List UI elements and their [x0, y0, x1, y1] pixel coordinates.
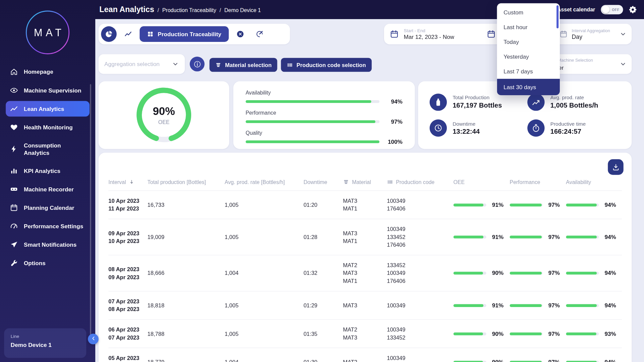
brand-logo-circle: MAT: [25, 10, 70, 55]
table-row[interactable]: 05 Apr 202306 Apr 202318,7791,00401:30MA…: [108, 348, 622, 362]
breadcrumb-app[interactable]: Lean Analytics: [99, 5, 154, 14]
table-row[interactable]: 06 Apr 202307 Apr 202318,7881,00501:35MA…: [108, 320, 622, 348]
column-header-avg-prod-rate-bottles-h[interactable]: Avg. prod. rate [Bottles/h]: [225, 179, 304, 185]
progress-fill: [566, 304, 597, 307]
production-code-selection-button[interactable]: Production code selection: [281, 58, 372, 72]
period-option-custom[interactable]: Custom: [497, 5, 560, 20]
annotate-icon: [255, 30, 263, 38]
device-card: Line Demo Device 1: [4, 328, 86, 358]
kpi-bar-performance: Performance97%: [246, 110, 402, 125]
interval-cell: 09 Apr 202310 Apr 2023: [108, 229, 147, 245]
production-code-cell: 133452100349176406: [387, 261, 453, 285]
line-chart-view-button[interactable]: [120, 26, 136, 42]
sidebar-item-homepage[interactable]: Homepage: [6, 64, 90, 80]
column-header-interval[interactable]: Interval: [108, 179, 147, 185]
metric-value: 90%: [492, 330, 503, 338]
production-traceability-button[interactable]: Production Traceability: [140, 26, 229, 42]
sidebar-collapse-button[interactable]: [88, 334, 99, 345]
aggregation-selection-select[interactable]: Aggregation selection: [99, 54, 185, 74]
sidebar-item-lean-analytics[interactable]: Lean Analytics: [6, 101, 90, 117]
table-row[interactable]: 09 Apr 202310 Apr 202319,0091,00501:28MA…: [108, 219, 622, 255]
asset-calendar-toggle[interactable]: OFF: [601, 5, 623, 14]
oee-cell: 91%: [453, 301, 510, 309]
progress-track: [566, 332, 599, 335]
progress-fill: [246, 100, 371, 103]
column-header-oee[interactable]: OEE: [453, 179, 510, 185]
sidebar-item-performance-settings[interactable]: Performance Settings: [6, 218, 90, 234]
sidebar-item-options[interactable]: Options: [6, 255, 90, 271]
progress-fill: [566, 203, 597, 206]
period-option-yesterday[interactable]: Yesterday: [497, 49, 560, 64]
period-option-last-hour[interactable]: Last hour: [497, 20, 560, 35]
sidebar-item-machine-supervision[interactable]: Machine Supervision: [6, 82, 90, 98]
clear-selection-button[interactable]: [232, 26, 248, 42]
pie-chart-view-button[interactable]: [101, 26, 117, 42]
metric-value: 91%: [492, 233, 503, 241]
progress-fill: [453, 236, 483, 239]
stat-productive-time: Productive time166:24:57: [527, 117, 620, 139]
annotate-report-button[interactable]: [252, 26, 267, 42]
progress-track: [510, 304, 543, 307]
progress-track: [453, 203, 486, 206]
sidebar-item-consumption-analytics[interactable]: Consumption Analytics: [6, 138, 90, 160]
interval-aggregation-select[interactable]: Interval Aggregation Day: [554, 24, 632, 44]
period-dropdown: CustomLast hourTodayYesterdayLast 7 days…: [497, 3, 560, 95]
chevron-down-icon: [172, 60, 179, 68]
sidebar-item-kpi-analytics[interactable]: KPI Analytics: [6, 163, 90, 179]
breadcrumb-section[interactable]: Production Traceability: [162, 7, 216, 13]
metric-value: 94%: [604, 301, 616, 309]
metric-value: 90%: [492, 269, 503, 277]
downtime-cell: 01:28: [304, 233, 343, 241]
column-header-total-production-bottles[interactable]: Total production [Bottles]: [148, 179, 225, 185]
total-production-cell: 16,733: [148, 201, 225, 208]
table-row[interactable]: 10 Apr 202311 Apr 202316,7331,00501:20MA…: [108, 191, 622, 219]
breadcrumb-device[interactable]: Demo Device 1: [224, 7, 261, 13]
calendar-end-icon[interactable]: [487, 29, 496, 39]
sidebar-item-smart-notifications[interactable]: Smart Notifications: [6, 237, 90, 253]
downtime-cell: 01:20: [304, 201, 343, 208]
breadcrumb-separator: /: [220, 7, 221, 13]
info-button[interactable]: [190, 57, 205, 71]
sidebar-scrollbar[interactable]: [90, 84, 91, 337]
production-code-cell: 100349176406: [387, 354, 453, 362]
interval-cell: 06 Apr 202307 Apr 2023: [108, 326, 147, 342]
material-cell: MAT3: [343, 301, 387, 309]
sidebar-item-planning-calendar[interactable]: Planning Calendar: [6, 200, 90, 216]
avg-prod-rate-cell: 1,005: [225, 330, 304, 338]
bottle-icon: [430, 94, 447, 111]
settings-gear-icon[interactable]: [629, 5, 638, 14]
table-row[interactable]: 07 Apr 202308 Apr 202318,8181,00501:29MA…: [108, 291, 622, 319]
downtime-cell: 01:30: [304, 358, 343, 362]
logo-text: MAT: [25, 10, 70, 55]
progress-track: [453, 361, 486, 362]
table-row[interactable]: 08 Apr 202309 Apr 202318,6661,00401:32MA…: [108, 255, 622, 292]
oee-cell: 91%: [453, 201, 510, 208]
dropdown-scrollbar[interactable]: [556, 5, 558, 28]
machine-selection-label: Machine Selection: [558, 57, 593, 62]
material-selection-button[interactable]: Material selection: [209, 58, 277, 72]
period-option-today[interactable]: Today: [497, 35, 560, 49]
column-header-production-code[interactable]: Production code: [387, 179, 453, 185]
period-option-last-30-days[interactable]: Last 30 days: [497, 79, 560, 95]
progress-fill: [510, 332, 542, 335]
metric-value: 90%: [492, 358, 503, 362]
availability-cell: 94%: [566, 358, 622, 362]
sidebar-item-machine-recorder[interactable]: Machine Recorder: [6, 181, 90, 197]
period-option-last-7-days[interactable]: Last 7 days: [497, 64, 560, 79]
performance-cell: 97%: [510, 201, 566, 208]
progress-fill: [453, 203, 483, 206]
column-header-performance[interactable]: Performance: [510, 179, 566, 185]
oee-cell: 90%: [453, 330, 510, 338]
column-header-availability[interactable]: Availability: [566, 179, 622, 185]
column-header-downtime[interactable]: Downtime: [304, 179, 343, 185]
wrench-icon: [10, 259, 18, 267]
column-header-material[interactable]: Material: [343, 179, 387, 185]
download-button[interactable]: [608, 159, 624, 175]
progress-track: [510, 332, 543, 335]
sidebar-item-label: Machine Supervision: [24, 86, 81, 94]
action-buttons: [232, 26, 267, 42]
sidebar-item-health-monitoring[interactable]: Health Monitoring: [6, 119, 90, 135]
traceability-table-card: IntervalTotal production [Bottles]Avg. p…: [99, 153, 632, 362]
bars-icon: [10, 167, 18, 175]
kpi-bar-label: Performance: [246, 110, 402, 116]
